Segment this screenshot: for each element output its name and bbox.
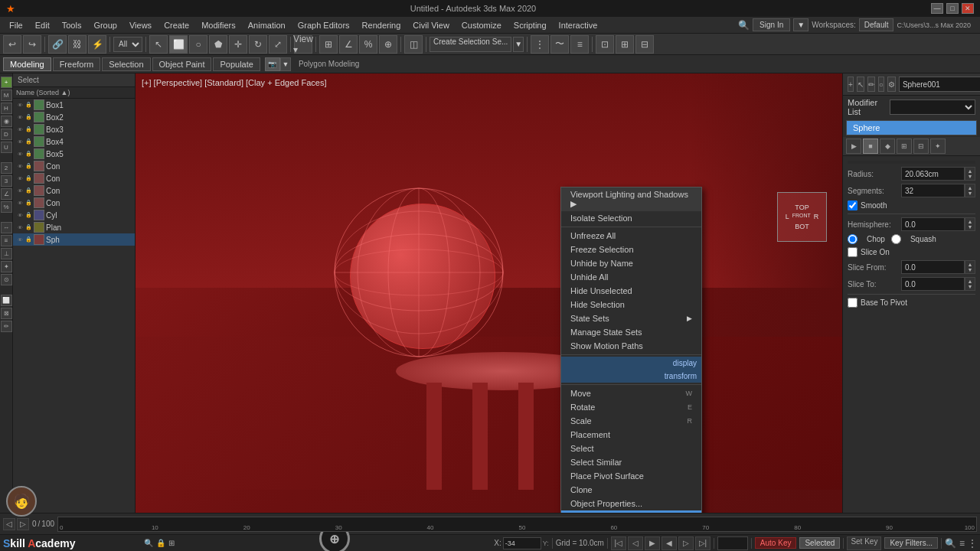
radius-field[interactable] xyxy=(901,167,965,181)
viewport-layout-1[interactable]: ⊡ xyxy=(596,35,614,54)
scene-item-con1[interactable]: 👁🔒 Con xyxy=(13,160,135,172)
segments-field[interactable] xyxy=(901,184,965,197)
autokey-button[interactable]: Auto Key xyxy=(755,537,797,549)
subtab-freeform[interactable]: Freeform xyxy=(53,57,101,71)
sign-in-button[interactable]: Sign In xyxy=(753,18,790,31)
slice-from-field[interactable] xyxy=(901,260,965,274)
go-to-end-button[interactable]: ▷| xyxy=(695,536,710,550)
subtab-object-paint[interactable]: Object Paint xyxy=(152,57,212,71)
scene-item-box4[interactable]: 👁🔒 Box4 xyxy=(13,135,135,148)
subtab-selection[interactable]: Selection xyxy=(102,57,150,71)
minimize-button[interactable]: — xyxy=(931,3,943,14)
snap-toggle[interactable]: ⊞ xyxy=(319,35,338,54)
scene-item-box5[interactable]: 👁🔒 Box5 xyxy=(13,148,135,160)
menu-graph-editors[interactable]: Graph Editors xyxy=(292,19,356,31)
modifier-list-dropdown[interactable] xyxy=(890,99,975,115)
unlink-button[interactable]: ⛓ xyxy=(68,35,87,54)
create-tab[interactable]: + xyxy=(1,77,12,88)
prev-frame-button[interactable]: ◁ xyxy=(628,536,643,550)
cm-placement[interactable]: Placement xyxy=(561,428,701,442)
viewport[interactable]: [+] [Perspective] [Standard] [Clay + Edg… xyxy=(136,73,842,513)
cm-manage-state-sets[interactable]: Manage State Sets xyxy=(561,325,701,339)
rp-circle-button[interactable]: ○ xyxy=(878,77,884,92)
filter-select[interactable]: All xyxy=(113,37,142,52)
rp-tab-0[interactable]: ▶ xyxy=(846,139,861,154)
rp-paint-button[interactable]: ✏ xyxy=(867,77,875,92)
paint-sel[interactable]: ✏ xyxy=(1,321,12,332)
scene-item-box2[interactable]: 👁🔒 Box2 xyxy=(13,111,135,123)
settings-dropdown[interactable]: ▼ xyxy=(280,57,291,71)
select-region-fence[interactable]: ⬟ xyxy=(209,35,227,54)
scene-item-con3[interactable]: 👁🔒 Con xyxy=(13,184,135,197)
segments-spinner[interactable]: ▲▼ xyxy=(965,184,975,197)
slice-from-spinner[interactable]: ▲▼ xyxy=(965,260,975,274)
rect-sel[interactable]: ⬜ xyxy=(1,295,12,306)
create-selection-button[interactable]: Create Selection Se... xyxy=(430,37,511,52)
scene-item-sphere[interactable]: 👁🔒 Sph xyxy=(13,233,135,246)
x-field[interactable] xyxy=(503,537,541,549)
menu-scripting[interactable]: Scripting xyxy=(508,19,553,31)
cm-state-sets[interactable]: State Sets▶ xyxy=(561,311,701,325)
snap-spinner[interactable]: ⊕ xyxy=(379,35,397,54)
cm-freeze-selection[interactable]: Freeze Selection xyxy=(561,243,701,256)
modify-tab[interactable]: M xyxy=(1,90,12,101)
scale-button[interactable]: ⤢ xyxy=(269,35,287,54)
menu-tools[interactable]: Tools xyxy=(56,19,88,31)
angle-snap[interactable]: ∠ xyxy=(1,188,12,200)
modifier-sphere[interactable]: Sphere xyxy=(847,121,976,135)
cm-hide-unselected[interactable]: Hide Unselected xyxy=(561,284,701,298)
display-tab[interactable]: D xyxy=(1,129,12,140)
cm-select-similar[interactable]: Select Similar xyxy=(561,455,701,469)
next-frame-button[interactable]: ▷ xyxy=(678,536,694,550)
slice-to-spinner[interactable]: ▲▼ xyxy=(965,277,975,291)
cm-place-pivot-surface[interactable]: Place Pivot Surface xyxy=(561,469,701,483)
cm-select[interactable]: Select xyxy=(561,442,701,455)
set-key-button[interactable]: Set Key xyxy=(847,536,881,550)
isolate-sel[interactable]: ⊙ xyxy=(1,274,12,285)
cm-scale[interactable]: ScaleR xyxy=(561,414,701,428)
menu-edit[interactable]: Edit xyxy=(29,19,56,31)
layer-manager[interactable]: ≡ xyxy=(570,35,589,54)
hemisphere-spinner[interactable]: ▲▼ xyxy=(965,217,975,231)
menu-group[interactable]: Group xyxy=(87,19,123,31)
curve-editor[interactable]: 〜 xyxy=(550,35,569,54)
cm-curve-editor[interactable]: Curve Editor... xyxy=(561,510,701,513)
base-to-pivot-checkbox[interactable] xyxy=(848,298,858,308)
play-reverse-button[interactable]: ◀ xyxy=(662,536,677,550)
motion-tab[interactable]: ◉ xyxy=(1,116,12,127)
link-button[interactable]: 🔗 xyxy=(48,35,67,54)
scene-item-cyl[interactable]: 👁🔒 Cyl xyxy=(13,209,135,221)
move-button[interactable]: ✛ xyxy=(229,35,247,54)
rp-select-button[interactable]: ↖ xyxy=(857,77,864,92)
squash-radio[interactable] xyxy=(891,234,901,244)
cm-clone[interactable]: Clone xyxy=(561,483,701,497)
play-button[interactable]: ▶ xyxy=(645,536,660,550)
cm-unhide-all[interactable]: Unhide All xyxy=(561,270,701,284)
timeline-track[interactable]: 0 10 20 30 40 50 60 70 80 90 100 xyxy=(57,517,977,532)
menu-create[interactable]: Create xyxy=(158,19,195,31)
viewport-layout-2[interactable]: ⊞ xyxy=(616,35,634,54)
subtab-populate[interactable]: Populate xyxy=(213,57,260,71)
cm-viewport-lighting[interactable]: Viewport Lighting and Shadows ▶ xyxy=(561,187,701,211)
rotate-button[interactable]: ↻ xyxy=(249,35,267,54)
cm-show-motion-paths[interactable]: Show Motion Paths xyxy=(561,339,701,353)
close-button[interactable]: ✕ xyxy=(962,3,974,14)
snap-percent[interactable]: % xyxy=(359,35,377,54)
cm-isolate-selection[interactable]: Isolate Selection xyxy=(561,211,701,225)
radius-spinner[interactable]: ▲▼ xyxy=(965,167,975,181)
rp-tab-1[interactable]: ■ xyxy=(863,139,878,154)
place-highlight[interactable]: ✦ xyxy=(1,261,12,272)
schematic-view[interactable]: ⋮ xyxy=(531,35,549,54)
menu-views[interactable]: Views xyxy=(123,19,158,31)
scene-item-box1[interactable]: 👁🔒 Box1 xyxy=(13,99,135,111)
sign-in-dropdown[interactable]: ▼ xyxy=(793,18,808,31)
redo-button[interactable]: ↪ xyxy=(23,35,41,54)
mirror-button[interactable]: ◫ xyxy=(404,35,423,54)
hemisphere-field[interactable] xyxy=(901,217,965,231)
create-selection-arrow[interactable]: ▼ xyxy=(513,37,524,52)
select-region-circle[interactable]: ○ xyxy=(189,35,207,54)
window-crossing[interactable]: ⊠ xyxy=(1,308,12,319)
cm-unfreeze-all[interactable]: Unfreeze All xyxy=(561,229,701,243)
cm-object-properties[interactable]: Object Properties... xyxy=(561,497,701,510)
object-name-field[interactable] xyxy=(899,77,980,92)
